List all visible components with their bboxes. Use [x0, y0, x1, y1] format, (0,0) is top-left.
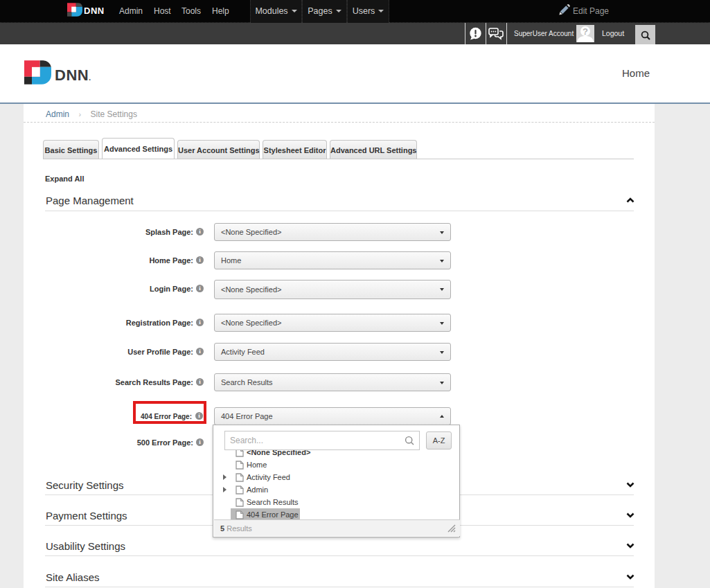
svg-text:?: ? — [583, 26, 588, 37]
